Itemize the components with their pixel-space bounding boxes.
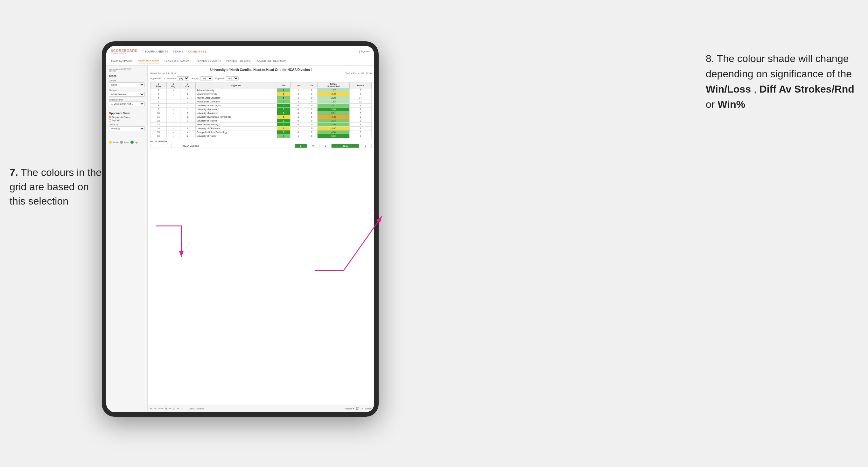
tab-player-h2h-grid[interactable]: PLAYER H2H GRID: [226, 60, 251, 63]
table-cell: -: [166, 111, 180, 115]
annotation-left: 7. The colours in the grid are based on …: [9, 165, 105, 208]
table-cell: Auburn University: [195, 88, 277, 92]
table-cell: 0: [319, 144, 332, 148]
table-cell: 0: [306, 127, 317, 130]
table-cell: 1: [290, 127, 306, 130]
share-label[interactable]: Share: [365, 407, 372, 410]
history-icon[interactable]: ↩↪: [158, 407, 163, 410]
gender-select[interactable]: Men's: [109, 83, 145, 87]
annotation-left-number: 7.: [9, 167, 18, 178]
legend-down-label: Down: [113, 141, 119, 144]
table-row: 11-6University of Arkansas, Fayetteville…: [151, 115, 372, 119]
cut-icon[interactable]: ✂: [169, 407, 171, 410]
table-cell: -: [166, 92, 180, 96]
sign-out[interactable]: | Sign out: [359, 50, 370, 53]
school-label: School (Rank): [109, 99, 145, 101]
table-cell: -: [166, 88, 180, 92]
col-opponent: Opponent: [195, 83, 277, 88]
table-cell: 1: [290, 96, 306, 100]
undo-icon[interactable]: ↩: [150, 407, 152, 410]
ipad-frame: SCOREBOARD Powered by clippd TOURNAMENTS…: [102, 41, 379, 417]
radio-top100[interactable]: Top 100: [109, 119, 145, 122]
table-cell: -: [166, 104, 180, 107]
table-cell: -: [151, 144, 161, 148]
table-cell: -: [166, 115, 180, 119]
table-row: 4-1Arizona State University5102.2817: [151, 96, 372, 100]
opponent-select[interactable]: (All): [226, 76, 239, 81]
table-cell: 6: [180, 115, 195, 119]
table-cell: 0: [290, 119, 306, 123]
legend-level-dot: [120, 141, 123, 144]
table-row: 9-1University of Arizona1009.002: [151, 107, 372, 111]
table-cell: 10: [151, 111, 167, 115]
tab-player-h2h-heatmap[interactable]: PLAYER H2H HEATMAP: [255, 60, 286, 63]
table-cell: 5.56: [317, 123, 349, 127]
nav-tournaments[interactable]: TOURNAMENTS: [145, 50, 168, 53]
copy-icon[interactable]: ⊡: [173, 407, 175, 410]
table-cell: 8: [349, 111, 371, 115]
opponent-view-label: Opponent View: [109, 112, 145, 115]
table-cell: 1: [180, 123, 195, 127]
table-cell: -: [166, 100, 180, 104]
clock-icon[interactable]: ⏱: [181, 407, 183, 410]
table-cell: 0: [306, 100, 317, 104]
table-row: 2-1Auburn University2101.679: [151, 88, 372, 92]
tab-team-h2h-heatmap[interactable]: TEAM H2H HEATMAP: [164, 60, 191, 63]
table-cell: 1: [180, 107, 195, 111]
col-conf: #Conf: [180, 83, 195, 88]
right-panel: University of North Carolina Head-to-Hea…: [148, 65, 374, 412]
table-cell: 3: [349, 119, 371, 123]
table-cell: 14: [151, 127, 167, 130]
table-cell: 2.61: [317, 111, 349, 115]
col-loss: Loss: [290, 83, 306, 88]
colour-by-label: Colour by: [109, 123, 145, 126]
table-cell: 1.67: [317, 88, 349, 92]
table-cell: University of Washington: [195, 104, 277, 107]
radio-opponents-played[interactable]: Opponents Played: [109, 116, 145, 118]
table-cell: -: [166, 107, 180, 111]
table-cell: 2: [349, 107, 371, 111]
table-cell: 3: [180, 119, 195, 123]
school-select[interactable]: 1. University of Nort...: [109, 101, 145, 106]
redo-icon[interactable]: ↪: [154, 407, 157, 410]
table-row: 6-2Florida State University4201.8312: [151, 100, 372, 104]
app-logo-sub: Powered by clippd: [111, 53, 134, 54]
table-cell: Florida State University: [195, 100, 277, 104]
table-cell: 1: [290, 115, 306, 119]
opponent-view-group: Opponents Played Top 100: [109, 116, 145, 122]
table-cell: 1: [290, 88, 306, 92]
table-row: 15-4Georgia Institute of Technology5004.…: [151, 130, 372, 134]
region-select[interactable]: (All): [200, 76, 213, 81]
comment-icon[interactable]: 💬: [356, 407, 359, 410]
table-cell: 0: [306, 111, 317, 115]
table-cell: 8: [151, 104, 167, 107]
nav-teams[interactable]: TEAMS: [173, 50, 184, 53]
app-header: SCOREBOARD Powered by clippd TOURNAMENTS…: [106, 46, 374, 57]
table-cell: 8: [349, 92, 371, 96]
tab-team-summary[interactable]: TEAM SUMMARY: [111, 60, 133, 63]
table-cell: -: [161, 144, 172, 148]
table-cell: -2.29: [317, 92, 349, 96]
division-select[interactable]: NCAA Division I: [109, 92, 145, 97]
table-cell: 12: [151, 119, 167, 123]
annotation-left-text: The colours in the grid are based on thi…: [9, 167, 101, 207]
table-cell: 5: [180, 111, 195, 115]
grid-title: University of North Carolina Head-to-Hea…: [150, 68, 372, 71]
grid-icon[interactable]: ⊞: [165, 407, 167, 410]
table-cell: 3: [277, 134, 290, 138]
nav-committee[interactable]: COMMITTEE: [188, 50, 207, 53]
tab-team-h2h-grid[interactable]: TEAM H2H GRID: [138, 59, 159, 63]
tab-player-summary[interactable]: PLAYER SUMMARY: [196, 60, 221, 63]
annotation-bold2: Diff Av Strokes/Rnd: [760, 83, 854, 95]
colour-by-select[interactable]: Win/loss: [109, 126, 145, 131]
table-cell: 11: [151, 115, 167, 119]
watch-button[interactable]: Watch ▾: [345, 407, 354, 410]
table-cell: -: [166, 130, 180, 134]
view-label[interactable]: View: Original: [189, 407, 204, 410]
dot-icon[interactable]: ●: [177, 407, 179, 410]
share-icon[interactable]: ↗: [361, 407, 363, 410]
table-cell: 2: [180, 134, 195, 138]
conference-select[interactable]: (All): [177, 76, 189, 81]
table-cell: 0: [277, 115, 290, 119]
table-cell: 0: [306, 96, 317, 100]
